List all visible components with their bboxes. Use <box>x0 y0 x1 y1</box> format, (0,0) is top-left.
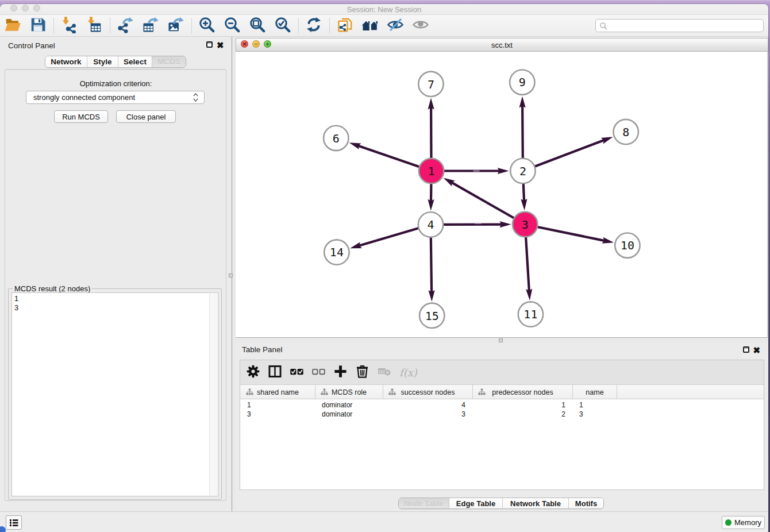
duplicate-network-button[interactable] <box>335 16 355 36</box>
function-builder-button[interactable]: f(x) <box>399 367 417 379</box>
cytopanel-toggle-button[interactable] <box>6 515 22 530</box>
graph-node-15[interactable]: 15 <box>419 303 444 328</box>
column-header-name[interactable]: name <box>573 385 617 399</box>
table-cell[interactable]: dominator <box>315 410 383 419</box>
edge-2-9[interactable] <box>522 105 523 159</box>
float-icon[interactable] <box>743 346 749 353</box>
show-all-button[interactable] <box>411 16 430 36</box>
refresh-view-icon <box>305 16 322 36</box>
split-columns-button[interactable] <box>267 365 283 380</box>
delete-column-button[interactable] <box>355 365 370 380</box>
graph-node-11[interactable]: 11 <box>518 302 543 326</box>
import-network-from-file-button[interactable] <box>59 16 79 36</box>
export-network-button[interactable] <box>116 16 135 36</box>
edge-3-11[interactable] <box>526 236 529 291</box>
select-all-boxes-button[interactable] <box>289 365 305 380</box>
result-scrollbar[interactable] <box>209 294 217 495</box>
gear-button[interactable] <box>245 365 261 380</box>
zoom-in-button[interactable] <box>197 16 217 36</box>
edge-3-10[interactable] <box>537 227 605 241</box>
window-minimize-button[interactable] <box>22 5 29 11</box>
search-input[interactable] <box>607 20 763 32</box>
graph-node-1[interactable]: 1 <box>419 159 444 183</box>
zoom-out-button[interactable] <box>222 16 242 36</box>
graph-node-2[interactable]: 2 <box>510 159 535 183</box>
network-frame-titlebar[interactable]: scc.txt <box>236 38 768 52</box>
frame-close-button[interactable]: ✕ <box>241 40 248 48</box>
graph-node-3[interactable]: 3 <box>513 212 537 237</box>
edge-4-15[interactable] <box>431 237 432 292</box>
add-column-icon <box>333 364 348 381</box>
hide-selected-button[interactable] <box>386 16 405 36</box>
column-header-label: MCDS role <box>332 388 367 396</box>
tab-mcds[interactable]: MCDS <box>152 56 186 67</box>
divider-handle[interactable] <box>229 273 233 277</box>
graph-node-6[interactable]: 6 <box>324 126 348 151</box>
horizontal-split-divider[interactable] <box>236 338 768 343</box>
column-header-MCDS-role[interactable]: MCDS role <box>315 385 383 399</box>
deselect-boxes-button[interactable] <box>311 365 326 380</box>
node-label: 10 <box>621 238 634 252</box>
float-icon[interactable] <box>206 41 213 48</box>
graph-node-14[interactable]: 14 <box>324 240 349 264</box>
criterion-dropdown[interactable]: strongly connected component <box>26 91 205 104</box>
first-neighbors-button[interactable] <box>360 16 380 36</box>
graph-node-4[interactable]: 4 <box>418 212 443 237</box>
mcds-result-list[interactable]: 13 <box>11 292 218 496</box>
save-session-button[interactable] <box>28 16 48 36</box>
app-window: Session: New Session <box>0 4 768 532</box>
tab-style[interactable]: Style <box>87 56 118 67</box>
export-image-button[interactable] <box>166 16 186 36</box>
fit-content-button[interactable] <box>248 16 267 36</box>
edge-4-14[interactable] <box>359 228 419 246</box>
frame-minimize-button[interactable]: − <box>252 40 260 48</box>
graph-node-7[interactable]: 7 <box>418 72 443 97</box>
column-header-predecessor-nodes[interactable]: predecessor nodes <box>473 385 573 399</box>
divider-handle[interactable] <box>499 338 503 342</box>
edge-3-1[interactable] <box>452 182 515 218</box>
zoom-selected-button[interactable] <box>273 16 292 36</box>
tab-select[interactable]: Select <box>118 56 152 67</box>
export-table-button[interactable] <box>141 16 160 36</box>
column-header-successor-nodes[interactable]: successor nodes <box>383 385 473 399</box>
network-canvas[interactable]: 1234678910111415 <box>236 52 768 338</box>
table-cell[interactable]: 1 <box>241 400 315 410</box>
tab-network[interactable]: Network <box>45 56 87 67</box>
close-icon[interactable]: ✖ <box>217 42 224 48</box>
table-cell[interactable]: 1 <box>473 400 573 410</box>
edge-2-8[interactable] <box>534 140 604 167</box>
tab-motifs[interactable]: Motifs <box>569 498 603 508</box>
graph-node-9[interactable]: 9 <box>510 70 534 95</box>
vertical-split-divider[interactable] <box>232 37 236 511</box>
search-box[interactable] <box>595 19 764 32</box>
delete-table-button[interactable] <box>376 365 392 380</box>
graph-node-8[interactable]: 8 <box>614 119 638 144</box>
column-header-shared-name[interactable]: shared name <box>241 385 315 399</box>
edge-1-6[interactable] <box>358 146 420 167</box>
table-cell[interactable]: 4 <box>383 400 473 410</box>
close-panel-button[interactable]: Close panel <box>116 110 176 123</box>
tab-edge-table[interactable]: Edge Table <box>449 498 503 508</box>
frame-zoom-button[interactable]: + <box>264 40 271 48</box>
table-cell[interactable]: 2 <box>473 410 573 419</box>
table-cell[interactable]: 1 <box>573 400 617 410</box>
refresh-view-button[interactable] <box>304 16 324 36</box>
import-table-from-file-button[interactable] <box>84 16 104 36</box>
split-columns-icon <box>267 364 283 381</box>
table-cell[interactable]: 3 <box>241 410 315 419</box>
window-zoom-button[interactable] <box>33 5 40 11</box>
tab-network-table[interactable]: Network Table <box>503 498 569 508</box>
memory-button[interactable]: Memory <box>722 516 765 529</box>
table-cell[interactable]: 3 <box>383 410 473 419</box>
graph-node-10[interactable]: 10 <box>615 233 640 258</box>
window-close-button[interactable] <box>10 5 17 11</box>
open-session-button[interactable] <box>3 16 22 36</box>
tab-node-table[interactable]: Node Table <box>399 498 449 508</box>
table-cell[interactable]: dominator <box>315 400 383 410</box>
close-icon[interactable]: ✖ <box>753 347 760 353</box>
run-mcds-button[interactable]: Run MCDS <box>54 110 108 123</box>
table-cell[interactable]: 3 <box>573 410 617 419</box>
add-column-button[interactable] <box>333 365 348 380</box>
edge-2-3[interactable] <box>523 183 524 201</box>
network-graph[interactable]: 1234678910111415 <box>236 52 768 338</box>
